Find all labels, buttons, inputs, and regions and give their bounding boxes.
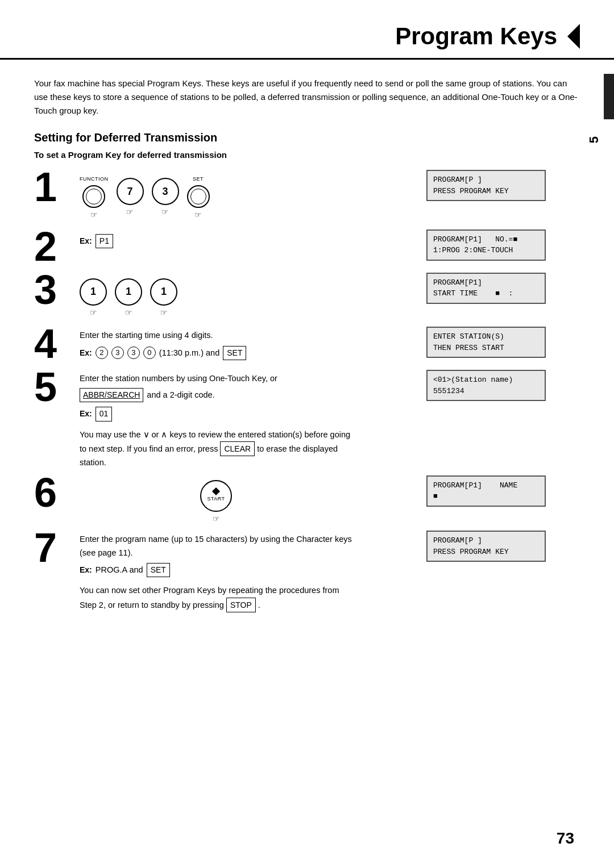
step-7-body-extra: You can now set other Program Keys by re… <box>80 584 352 612</box>
start-key-wrapper: START ☞ <box>80 480 352 525</box>
step-5-ex-label: Ex: <box>80 408 92 420</box>
step-3-content: 1 ☞ 1 ☞ 1 ☞ <box>80 273 352 322</box>
page: 5 Program Keys Your fax machine has spec… <box>0 0 614 868</box>
finger-icon-6: ☞ <box>125 307 132 319</box>
step-4-ex-row: Ex: 2 3 3 0 (11:30 p.m.) and SET <box>80 346 352 361</box>
step-5-text1: Enter the station numbers by using One-T… <box>80 372 352 385</box>
step-7-number: 7 <box>34 527 74 568</box>
section-title: Setting for Deferred Transmission <box>34 131 580 144</box>
title-arrow-icon <box>567 24 580 49</box>
page-content: Your fax machine has special Program Key… <box>0 60 614 641</box>
step-4-row: 4 Enter the starting time using 4 digits… <box>34 327 580 364</box>
step-3-number: 3 <box>34 269 74 310</box>
step-2-left: 2 Ex: P1 <box>34 229 352 267</box>
intro-paragraph: Your fax machine has special Program Key… <box>34 77 580 118</box>
accent-bar <box>604 74 614 119</box>
circled-2: 2 <box>96 347 108 359</box>
step-1-content: FUNCTION ☞ 7 ☞ <box>80 170 352 224</box>
set-key-wrapper: SET ☞ <box>187 176 210 222</box>
step-5-lcd: <01>(Station name) 5551234 <box>426 370 546 401</box>
step-5-number: 5 <box>34 366 74 407</box>
step-7-lcd: PROGRAM[P ] PRESS PROGRAM KEY <box>426 531 546 562</box>
step-5-row: 5 Enter the station numbers by using One… <box>34 370 580 469</box>
function-key-inner <box>86 189 102 205</box>
key-1c[interactable]: 1 <box>150 278 177 306</box>
steps-area: 1 FUNCTION ☞ <box>34 170 580 618</box>
step-2-row: 2 Ex: P1 PROGRAM[P1] NO.=■ 1:PROG 2:ONE-… <box>34 229 580 267</box>
finger-icon-3: ☞ <box>161 206 169 219</box>
finger-icon-8: ☞ <box>213 513 220 525</box>
step-2-ex-label: Ex: <box>80 235 92 248</box>
start-key[interactable]: START <box>200 480 232 512</box>
step-4-number: 4 <box>34 323 74 364</box>
step-3-left: 3 1 ☞ 1 ☞ 1 <box>34 273 352 322</box>
step-7-left: 7 Enter the program name (up to 15 chara… <box>34 531 352 612</box>
step-1-left: 1 FUNCTION ☞ <box>34 170 352 224</box>
step-4-set-button: SET <box>223 346 246 361</box>
page-number: 73 <box>557 829 574 848</box>
sub-section-title: To set a Program Key for deferred transm… <box>34 150 580 160</box>
step-5-abbr-row: ABBR/SEARCH and a 2-digit code. <box>80 388 352 403</box>
circled-3a: 3 <box>111 347 124 359</box>
step-6-row: 6 START ☞ <box>34 475 580 525</box>
step-4-lcd: ENTER STATION(S) THEN PRESS START <box>426 327 546 358</box>
step-5-extra-text: You may use the ∨ or ∧ keys to review th… <box>80 428 352 470</box>
function-key[interactable] <box>82 185 105 208</box>
step-5-ex-row: Ex: 01 <box>80 407 352 422</box>
step-2-ex-row: Ex: P1 <box>80 234 352 249</box>
function-key-wrapper: FUNCTION ☞ <box>80 176 109 222</box>
step-2-number: 2 <box>34 226 74 267</box>
step-4-text: Enter the starting time using 4 digits. <box>80 329 352 342</box>
step-4-time-text: (11:30 p.m.) and <box>159 347 219 360</box>
step-1-right: PROGRAM[P ] PRESS PROGRAM KEY <box>352 170 580 205</box>
start-diamond-icon <box>212 487 220 495</box>
set-key[interactable] <box>187 185 210 208</box>
page-title: Program Keys <box>395 23 580 50</box>
step-1-buttons: FUNCTION ☞ 7 ☞ <box>80 176 352 222</box>
step-2-lcd: PROGRAM[P1] NO.=■ 1:PROG 2:ONE-TOUCH <box>426 229 546 261</box>
step-1-row: 1 FUNCTION ☞ <box>34 170 580 224</box>
step-6-content: START ☞ <box>80 475 352 525</box>
circled-3b: 3 <box>127 347 140 359</box>
step-4-ex-label: Ex: <box>80 347 92 360</box>
key-7-wrapper: 7 ☞ <box>117 178 144 219</box>
step-1-number: 1 <box>34 166 74 207</box>
finger-icon-2: ☞ <box>126 206 134 219</box>
step-2-content: Ex: P1 <box>80 229 352 251</box>
step-7-ex-label: Ex: <box>80 564 92 577</box>
clear-key: CLEAR <box>220 441 255 456</box>
stop-key: STOP <box>226 598 256 612</box>
step-2-right: PROGRAM[P1] NO.=■ 1:PROG 2:ONE-TOUCH <box>352 229 580 264</box>
key-1b[interactable]: 1 <box>115 278 142 306</box>
step-4-right: ENTER STATION(S) THEN PRESS START <box>352 327 580 361</box>
step-3-buttons: 1 ☞ 1 ☞ 1 ☞ <box>80 278 352 319</box>
page-header: Program Keys <box>0 0 614 60</box>
set-label: SET <box>193 176 204 183</box>
step-7-content: Enter the program name (up to 15 charact… <box>80 531 352 612</box>
step-6-left: 6 START ☞ <box>34 475 352 525</box>
set-key-inner <box>190 189 206 205</box>
step-5-text2: and a 2-digit code. <box>147 389 214 402</box>
finger-icon-7: ☞ <box>160 307 168 319</box>
key-7[interactable]: 7 <box>117 178 144 205</box>
step-6-right: PROGRAM[P1] NAME ■ <box>352 475 580 510</box>
key-3[interactable]: 3 <box>152 178 179 205</box>
step-7-right: PROGRAM[P ] PRESS PROGRAM KEY <box>352 531 580 565</box>
step-7-ex-text: PROG.A and <box>96 564 143 577</box>
key-1c-wrapper: 1 ☞ <box>150 278 177 319</box>
step-5-right: <01>(Station name) 5551234 <box>352 370 580 404</box>
step-5-left: 5 Enter the station numbers by using One… <box>34 370 352 469</box>
key-1b-wrapper: 1 ☞ <box>115 278 142 319</box>
abbr-search-key: ABBR/SEARCH <box>80 388 143 403</box>
step-7-ex-row: Ex: PROG.A and SET <box>80 563 352 578</box>
step-6-number: 6 <box>34 472 74 513</box>
step-4-content: Enter the starting time using 4 digits. … <box>80 327 352 362</box>
key-1a-wrapper: 1 ☞ <box>80 278 107 319</box>
finger-icon-1: ☞ <box>90 209 98 222</box>
key-1a[interactable]: 1 <box>80 278 107 306</box>
circled-0: 0 <box>143 347 156 359</box>
step-3-right: PROGRAM[P1] START TIME ■ : <box>352 273 580 307</box>
step-6-button-wrap: START ☞ <box>80 480 352 525</box>
step-6-lcd: PROGRAM[P1] NAME ■ <box>426 475 546 507</box>
step-5-content: Enter the station numbers by using One-T… <box>80 370 352 469</box>
